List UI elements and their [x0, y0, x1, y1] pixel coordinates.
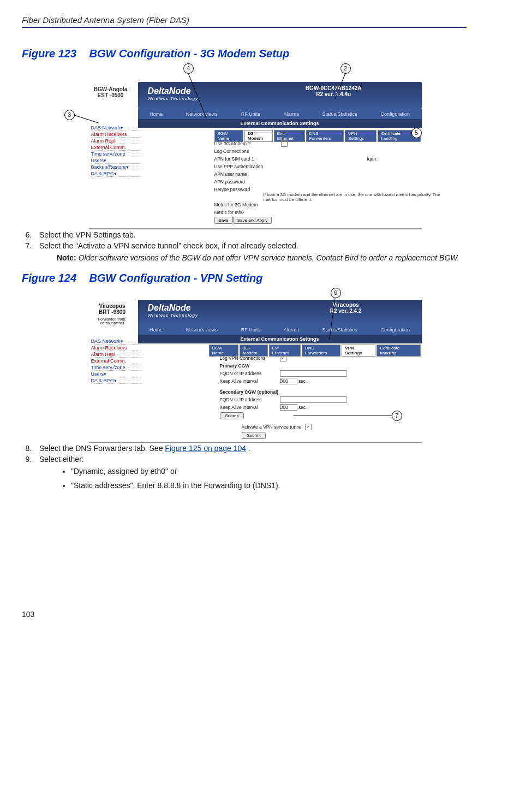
callout-3: 3 — [64, 110, 75, 120]
nav-rf[interactable]: RF Units — [241, 111, 260, 117]
lab-apnp: APN password — [214, 179, 280, 185]
chk-use3g[interactable] — [281, 140, 288, 147]
lab-m3g: Metric for 3G Modem — [214, 202, 280, 207]
124-kai2: Keep Alive interval — [220, 405, 280, 410]
bgw-ver: R2 ver. 2.4.4u — [306, 91, 362, 97]
124-nav-alarm[interactable]: Alarms — [284, 327, 299, 333]
lab-apnu: APN user name — [214, 171, 280, 177]
124-inp-kai1[interactable]: 300 — [280, 378, 297, 384]
124-sec1: sec. — [298, 378, 307, 384]
side-das[interactable]: DAS Network▾ — [91, 125, 141, 131]
124-brand-sub: Wireless Technology — [148, 313, 198, 318]
val-apn1: fqdn. — [367, 156, 378, 162]
bullet-static: "Static addresses". Enter 8.8.8.8 in the… — [71, 481, 467, 490]
step-8b: . — [248, 444, 250, 453]
124-sec2: sec. — [298, 405, 307, 410]
nav-network[interactable]: Network views — [186, 111, 218, 117]
note-label: Note: — [57, 253, 76, 262]
side-extcomm[interactable]: External Comm. — [91, 145, 141, 151]
step-8-link[interactable]: Figure 125 on page 104 — [165, 444, 246, 453]
side-alarmrepl[interactable]: Alarm Repl. — [91, 138, 141, 144]
note-text: Older software versions of the BGW do no… — [79, 253, 459, 262]
124-fwd: Forwarded from: nemo.cgw.net — [89, 317, 136, 325]
124-nav-config[interactable]: Configuration — [380, 327, 410, 333]
brand: DeltaNode — [148, 86, 191, 96]
callout-4: 4 — [183, 63, 194, 74]
124-nav-net[interactable]: Network views — [186, 327, 218, 333]
figure-124-screenshot: Viracopos BRT -9300 Forwarded from: nemo… — [89, 300, 422, 443]
note-metric: If both a 3G modem and the ethernet are … — [264, 192, 449, 202]
lab-ppp: Use PPP authentication — [214, 164, 280, 169]
124-side-ext[interactable]: External Comm. — [91, 358, 141, 364]
lab-logc: Log Connections — [214, 149, 280, 154]
step-6: Select the VPN Settings tab. — [34, 230, 467, 239]
side-darpg[interactable]: DA & RPG▾ — [91, 171, 141, 177]
124-nav-stat[interactable]: Status/Statistics — [322, 327, 357, 333]
nav-status[interactable]: Status/Statistics — [322, 111, 357, 117]
figure-123-caption: Figure 123 BGW Configuration - 3G Modem … — [22, 48, 467, 60]
124-pcgw: Primary CGW — [220, 363, 280, 369]
124-device-name: Viracopos — [89, 303, 136, 309]
callout-6: 6 — [331, 288, 341, 298]
124-ribbon: External Communication Settings — [138, 335, 422, 343]
lab-retp: Retype password — [214, 187, 280, 192]
124-chk-logv[interactable]: ✓ — [280, 355, 286, 361]
124-btn-submit1[interactable]: Submit — [220, 412, 244, 419]
side-users[interactable]: Users▾ — [91, 158, 141, 164]
step-8: Select the DNS Forwarders tab. See Figur… — [34, 444, 467, 453]
figure-124-title: BGW Configuration - VPN Setting — [89, 272, 263, 284]
124-logv: Log VPN Connections — [220, 355, 280, 361]
lab-meth: Metric for eth0 — [214, 210, 280, 215]
figure-123-number: Figure 123 — [22, 48, 76, 60]
124-tab-vpn[interactable]: VPN Settings — [342, 345, 375, 357]
btn-save[interactable]: Save — [214, 217, 233, 224]
124-inp-fqdn1[interactable] — [280, 370, 346, 377]
124-side-arp[interactable]: Alarm Repl. — [91, 352, 141, 358]
bullet-dynamic: "Dynamic, assigned by eth0" or — [71, 467, 467, 476]
nav-config[interactable]: Configuration — [380, 111, 410, 117]
callout-2: 2 — [340, 63, 351, 74]
124-tab-cert[interactable]: Certificate handling — [376, 345, 420, 357]
124-side-das[interactable]: DAS Network▾ — [91, 339, 141, 345]
bgw-name-label: BGW-Angola — [89, 86, 133, 92]
nav-home[interactable]: Home — [150, 111, 163, 117]
callout-5: 5 — [411, 128, 422, 138]
figure-124-caption: Figure 124 BGW Configuration - VPN Setti… — [22, 272, 467, 284]
124-fqdn2: FQDN or IP address — [220, 397, 280, 402]
btn-save-apply[interactable]: Save and Apply — [233, 217, 272, 224]
callout-7: 7 — [392, 411, 402, 421]
side-time[interactable]: Time serv./zone — [91, 151, 141, 157]
side-backup[interactable]: Backup/Restore▾ — [91, 164, 141, 170]
124-inp-fqdn2[interactable] — [280, 396, 346, 403]
124-act: Activate a VPN service tunnel — [242, 424, 303, 430]
124-chk-act[interactable]: ✓ — [305, 424, 312, 430]
brand-sub: Wireless Technology — [148, 96, 198, 101]
page-header: Fiber Distributed Antenna System (Fiber … — [22, 15, 467, 28]
step-8a: Select the DNS Forwarders tab. See — [39, 444, 165, 453]
124-inp-kai2[interactable]: 300 — [280, 404, 297, 411]
124-side-ar[interactable]: Alarm Receivers — [91, 345, 141, 351]
124-side-darpg[interactable]: DA & RPG▾ — [91, 378, 141, 384]
step-7: Select the “Activate a VPN service tunne… — [34, 241, 467, 250]
page-number: 103 — [22, 610, 467, 619]
figure-123-title: BGW Configuration - 3G Modem Setup — [89, 48, 290, 60]
124-scgw: Secondary CGW (optional) — [220, 389, 302, 395]
124-btn-submit2[interactable]: Submit — [242, 432, 266, 439]
124-brand: DeltaNode — [148, 303, 191, 312]
124-kai1: Keep Alive interval — [220, 378, 280, 384]
124-nav-home[interactable]: Home — [150, 327, 163, 333]
side-alarmrec[interactable]: Alarm Receivers — [91, 132, 141, 138]
lab-use3g: Use 3G Modem ? — [214, 141, 280, 146]
124-bhead2: R2 ver. 2.4.2 — [330, 308, 362, 314]
124-fqdn1: FQDN or IP address — [220, 371, 280, 376]
124-side-time[interactable]: Time serv./zone — [91, 365, 141, 371]
124-side-users[interactable]: Users▾ — [91, 371, 141, 377]
124-nav-rf[interactable]: RF Units — [241, 327, 260, 333]
step-9: Select either: — [34, 455, 467, 464]
ribbon-title: External Communication Settings — [138, 119, 422, 128]
124-device-tz: BRT -9300 — [89, 309, 136, 315]
bgw-tz: EST -0500 — [89, 92, 133, 98]
nav-alarms[interactable]: Alarms — [284, 111, 299, 117]
bgw-id: BGW-0CC47AB1242A — [306, 85, 362, 91]
figure-123-screenshot: BGW-Angola EST -0500 DeltaNodeWireless T… — [89, 75, 422, 229]
